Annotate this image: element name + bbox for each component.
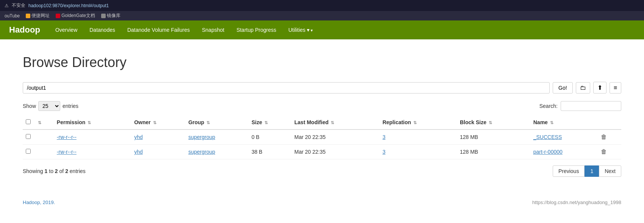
col-header-last-modified[interactable]: Last Modified ⇅ [291,115,380,129]
col-header-group[interactable]: Group ⇅ [185,115,249,129]
bookmarks-bar: ouTube 便捷网址 GoldenGate文档 镜像库 [0,11,644,20]
bookmark-youtube[interactable]: ouTube [5,13,20,19]
col-header-owner[interactable]: Owner ⇅ [131,115,185,129]
nav-datanode-volume-failures[interactable]: Datanode Volume Failures [121,22,196,38]
col-header-replication[interactable]: Replication ⇅ [380,115,457,129]
footer-left: Hadoop, 2019. [23,200,55,205]
row-replication-0[interactable]: 3 [380,129,457,145]
row-owner-1[interactable]: yhd [131,145,185,159]
entries-label: entries [63,103,78,109]
search-label: Search: [539,103,558,109]
show-entries-row: Show 10 25 50 100 entries Search: [23,101,621,111]
file-table: ⇅ Permission ⇅ Owner ⇅ Group ⇅ Size ⇅ La… [23,115,621,159]
table-row: -rw-r--r-- yhd supergroup 38 B Mar 20 22… [23,145,621,159]
page-1-button[interactable]: 1 [585,165,599,177]
bookmark-quicklinks[interactable]: 便捷网址 [26,12,50,19]
search-row: Search: [539,101,621,111]
row-name-0[interactable]: _SUCCESS [530,129,598,145]
col-header-permission[interactable]: Permission ⇅ [54,115,131,129]
row-name-1[interactable]: part-r-00000 [530,145,598,159]
upload-icon-button[interactable]: ⬆ [593,82,606,94]
row-block-size-0: 128 MB [457,129,530,145]
browser-bar: ⚠ 不安全 hadoop102:9870/explorer.html#/outp… [0,0,644,11]
search-input[interactable] [561,101,621,111]
row-owner-0[interactable]: yhd [131,129,185,145]
col-header-block-size[interactable]: Block Size ⇅ [457,115,530,129]
row-index-0 [34,129,54,145]
go-button[interactable]: Go! [553,82,573,94]
select-all-checkbox[interactable] [26,119,31,124]
col-header-checkbox [23,115,34,129]
row-last-modified-0: Mar 20 22:35 [291,129,380,145]
bookmark-goldengate[interactable]: GoldenGate文档 [56,12,95,19]
row-permission-1[interactable]: -rw-r--r-- [54,145,131,159]
showing-text: Showing 1 to 2 of 2 entries [23,168,86,174]
show-label: Show [23,103,36,109]
table-row: -rw-r--r-- yhd supergroup 0 B Mar 20 22:… [23,129,621,145]
pagination-row: Showing 1 to 2 of 2 entries Previous 1 N… [23,165,621,177]
row-size-1: 38 B [249,145,291,159]
row-size-0: 0 B [249,129,291,145]
page-title: Browse Directory [23,55,621,70]
row-group-1[interactable]: supergroup [185,145,249,159]
row-checkbox-cell [23,129,34,145]
row-delete-1[interactable]: 🗑 [598,145,621,159]
path-row: Go! 🗀 ⬆ ≡ [23,82,621,94]
row-replication-1[interactable]: 3 [380,145,457,159]
col-header-sortall[interactable]: ⇅ [34,115,54,129]
previous-button[interactable]: Previous [553,165,585,177]
nav-startup-progress[interactable]: Startup Progress [230,22,282,38]
brand-logo: Hadoop [9,25,40,35]
footer-right: https://blog.csdn.net/yanghuadong_1998 [532,200,621,205]
row-index-1 [34,145,54,159]
path-input[interactable] [23,82,550,94]
nav-snapshot[interactable]: Snapshot [196,22,230,38]
row-permission-0[interactable]: -rw-r--r-- [54,129,131,145]
row-checkbox-0[interactable] [26,134,31,139]
url-bar: hadoop102:9870/explorer.html#/output1 [28,3,109,8]
row-checkbox-1[interactable] [26,149,31,154]
nav-datanodes[interactable]: Datanodes [83,22,121,38]
security-label: 不安全 [12,2,25,9]
folder-icon-button[interactable]: 🗀 [576,82,590,94]
footer: Hadoop, 2019. https://blog.csdn.net/yang… [0,192,644,209]
col-header-delete [598,115,621,129]
list-icon-button[interactable]: ≡ [610,82,621,94]
nav-utilities[interactable]: Utilities ▾ [282,22,319,38]
warning-icon: ⚠ [5,3,9,8]
nav-overview[interactable]: Overview [49,22,83,38]
col-header-name[interactable]: Name ⇅ [530,115,598,129]
row-delete-0[interactable]: 🗑 [598,129,621,145]
row-group-0[interactable]: supergroup [185,129,249,145]
pagination-controls: Previous 1 Next [553,165,621,177]
col-header-size[interactable]: Size ⇅ [249,115,291,129]
bookmark-mirror[interactable]: 镜像库 [101,12,120,19]
row-block-size-1: 128 MB [457,145,530,159]
main-content: Browse Directory Go! 🗀 ⬆ ≡ Show 10 25 50… [0,39,644,192]
navbar: Hadoop Overview Datanodes Datanode Volum… [0,20,644,39]
row-checkbox-cell [23,145,34,159]
entries-per-page-select[interactable]: 10 25 50 100 [38,101,60,111]
show-entries-left: Show 10 25 50 100 entries [23,101,78,111]
row-last-modified-1: Mar 20 22:35 [291,145,380,159]
next-button[interactable]: Next [599,165,621,177]
